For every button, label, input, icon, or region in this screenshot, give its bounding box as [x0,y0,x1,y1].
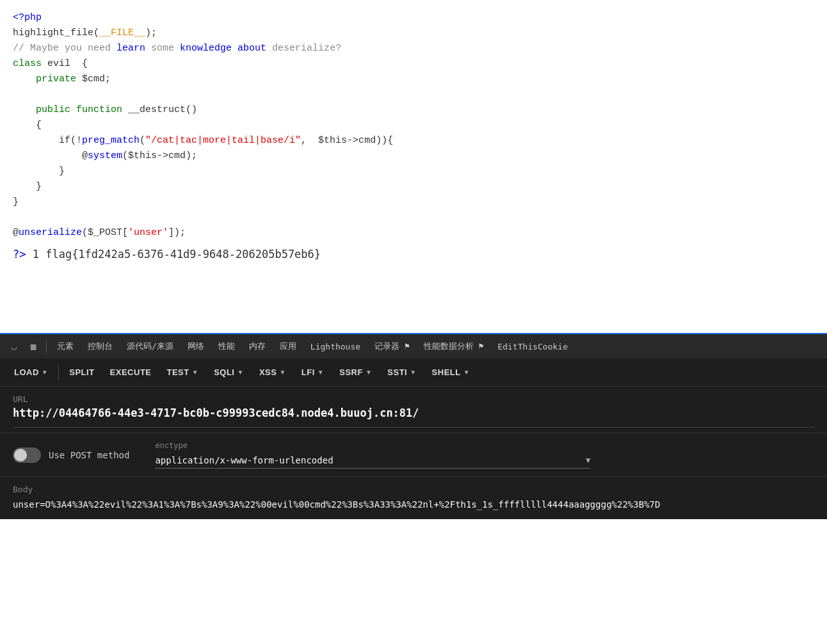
toolbar-sep-1 [58,365,59,380]
code-line-15: @unserialize($_POST['unser']); [13,225,814,241]
devtools-tab-console[interactable]: 控制台 [81,338,119,355]
code-line-2: highlight_file(__FILE__); [13,26,814,41]
devtools-tab-editthiscookie[interactable]: EditThisCookie [491,339,574,354]
code-line-8: { [13,118,814,133]
hackbar-toolbar: LOAD ▼ SPLIT EXECUTE TEST ▼ SQLI ▼ XSS ▼… [0,358,827,387]
devtools-tab-performance[interactable]: 性能 [212,338,241,355]
xss-button[interactable]: XSS ▼ [253,364,293,381]
ssrf-arrow-icon: ▼ [365,369,372,376]
code-line-4: class evil { [13,56,814,72]
code-line-5: private $cmd; [13,72,814,87]
execute-button[interactable]: EXECUTE [104,364,158,381]
body-value[interactable]: unser=O%3A4%3A%22evil%22%3A1%3A%7Bs%3A9%… [13,498,814,511]
xss-arrow-icon: ▼ [279,369,285,376]
ssrf-button[interactable]: SSRF ▼ [333,364,378,381]
test-button[interactable]: TEST ▼ [161,364,205,381]
shell-button[interactable]: SHELL ▼ [426,364,477,381]
code-line-14 [13,210,814,225]
code-line-12: } [13,179,814,195]
sqli-button[interactable]: SQLI ▼ [207,364,250,381]
devtools-tab-network[interactable]: 网络 [181,338,211,355]
devtools-tab-elements[interactable]: 元素 [51,338,80,355]
code-line-7: public function __destruct() [13,102,814,118]
lfi-button[interactable]: LFI ▼ [295,364,330,381]
flag-output: ?> 1 flag{1fd242a5-6376-41d9-9648-206205… [13,246,814,263]
enctype-select[interactable]: application/x-www-form-urlencoded ▼ [155,453,590,469]
code-line-1: <?php [13,10,814,26]
devtools-bar: ◡ ▩ 元素 控制台 源代码/来源 网络 性能 内存 应用 Lighthouse… [0,333,827,358]
url-area: URL http://04464766-44e3-4717-bc0b-c9999… [0,387,827,433]
devtools-tab-perf-insights[interactable]: 性能数据分析 ⚑ [417,338,490,355]
devtools-tab-sources[interactable]: 源代码/来源 [120,338,180,355]
split-button[interactable]: SPLIT [63,364,100,381]
enctype-container: enctype application/x-www-form-urlencode… [155,441,590,469]
toggle-knob [14,449,27,462]
code-line-11: } [13,164,814,179]
body-area: Body unser=O%3A4%3A%22evil%22%3A1%3A%7Bs… [0,477,827,519]
load-arrow-icon: ▼ [42,369,48,376]
post-method-toggle-container: Use POST method [13,447,129,463]
enctype-arrow-icon: ▼ [586,456,590,465]
sqli-arrow-icon: ▼ [237,369,243,376]
use-post-label: Use POST method [49,450,129,460]
load-button[interactable]: LOAD ▼ [8,364,54,381]
devtools-device-icon[interactable]: ▩ [24,337,42,355]
devtools-tab-memory[interactable]: 内存 [243,338,272,355]
url-label: URL [13,394,814,404]
use-post-toggle[interactable] [13,447,41,463]
code-line-6 [13,87,814,102]
url-divider [13,427,814,428]
code-line-9: if(!preg_match("/cat|tac|more|tail|base/… [13,133,814,149]
code-display: <?php highlight_file(__FILE__); // Maybe… [0,0,827,333]
shell-arrow-icon: ▼ [463,369,470,376]
devtools-cursor-icon[interactable]: ◡ [5,337,23,355]
post-enctype-row: Use POST method enctype application/x-ww… [0,433,827,477]
code-line-10: @system($this->cmd); [13,149,814,164]
code-line-13: } [13,195,814,210]
enctype-label: enctype [155,441,590,450]
body-label: Body [13,485,814,494]
url-value[interactable]: http://04464766-44e3-4717-bc0b-c99993ced… [13,407,814,419]
devtools-separator [46,340,47,353]
devtools-tab-recorder[interactable]: 记录器 ⚑ [368,338,416,355]
ssti-button[interactable]: SSTI ▼ [381,364,422,381]
devtools-tab-application[interactable]: 应用 [273,338,303,355]
devtools-tab-lighthouse[interactable]: Lighthouse [304,339,367,354]
ssti-arrow-icon: ▼ [410,369,416,376]
test-arrow-icon: ▼ [192,369,198,376]
code-line-3: // Maybe you need learn some knowledge a… [13,41,814,56]
enctype-value: application/x-www-form-urlencoded [155,455,586,465]
lfi-arrow-icon: ▼ [317,369,324,376]
